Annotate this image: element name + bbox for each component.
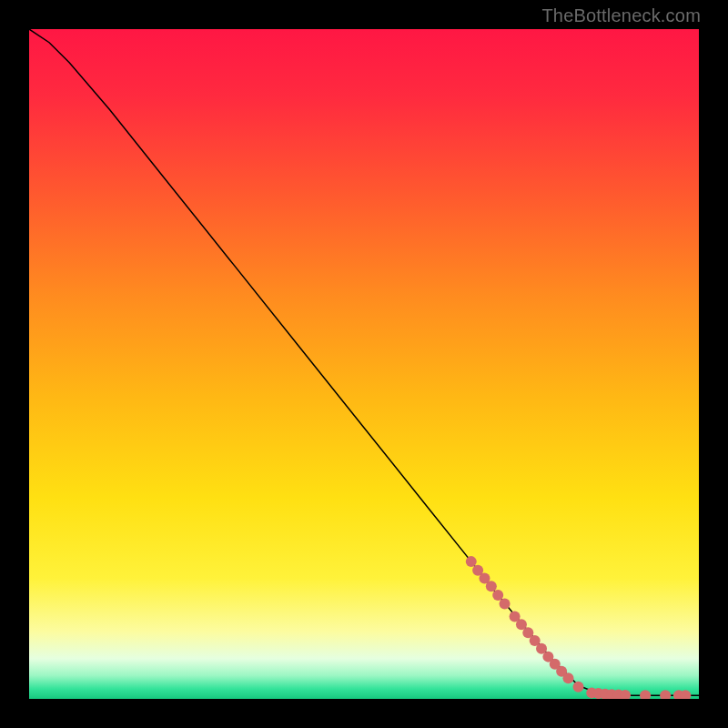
marker-point xyxy=(492,590,503,601)
marker-point xyxy=(466,556,477,567)
marker-point xyxy=(573,682,584,693)
plot-svg xyxy=(29,29,699,699)
gradient-background xyxy=(29,29,699,699)
plot-area xyxy=(29,29,699,699)
marker-point xyxy=(562,672,573,683)
marker-point xyxy=(500,598,511,609)
watermark-text: TheBottleneck.com xyxy=(541,5,701,26)
marker-point xyxy=(486,581,497,592)
chart-stage: TheBottleneck.com xyxy=(0,0,728,728)
